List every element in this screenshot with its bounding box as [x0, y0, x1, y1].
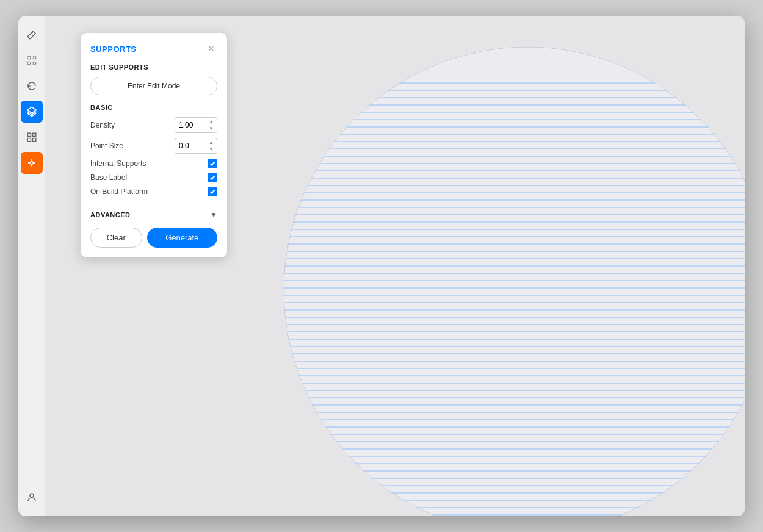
rotate-icon[interactable] [21, 75, 43, 97]
circle-visual [283, 46, 745, 516]
base-label-checkbox[interactable] [208, 173, 217, 182]
panel-header: SUPPORTS × [90, 43, 217, 55]
edit-supports-label: EDIT SUPPORTS [90, 63, 217, 71]
internal-supports-label: Internal Supports [90, 159, 146, 168]
app-window: SUPPORTS × EDIT SUPPORTS Enter Edit Mode… [18, 16, 745, 516]
density-spin-up[interactable]: ▲ [206, 118, 216, 125]
clear-button[interactable]: Clear [90, 228, 142, 248]
select-icon[interactable] [21, 49, 43, 71]
advanced-section-toggle[interactable]: ADVANCED ▼ [90, 210, 217, 219]
point-size-spin-down[interactable]: ▼ [206, 146, 216, 153]
density-input-wrapper: ▲ ▼ [175, 117, 217, 133]
density-spin-buttons: ▲ ▼ [206, 118, 216, 132]
on-build-platform-row: On Build Platform [90, 187, 217, 196]
internal-supports-checkbox[interactable] [208, 159, 217, 168]
point-size-spin-up[interactable]: ▲ [206, 139, 216, 146]
internal-supports-row: Internal Supports [90, 159, 217, 168]
svg-rect-7 [27, 138, 31, 142]
density-row: Density ▲ ▼ [90, 117, 217, 133]
svg-rect-3 [33, 62, 36, 65]
magic-wand-icon[interactable] [21, 24, 43, 46]
point-size-spin-buttons: ▲ ▼ [206, 139, 216, 153]
density-spin-down[interactable]: ▼ [206, 125, 216, 132]
basic-section: BASIC Density ▲ ▼ Point Size [90, 104, 217, 196]
advanced-label: ADVANCED [90, 211, 131, 218]
svg-point-9 [30, 162, 33, 165]
supports-panel: SUPPORTS × EDIT SUPPORTS Enter Edit Mode… [81, 33, 227, 257]
svg-point-16 [283, 46, 745, 516]
account-icon[interactable] [21, 486, 43, 508]
on-build-platform-label: On Build Platform [90, 187, 148, 196]
svg-rect-8 [32, 138, 35, 142]
point-size-label: Point Size [90, 142, 123, 150]
main-content: SUPPORTS × EDIT SUPPORTS Enter Edit Mode… [45, 16, 745, 516]
chevron-down-icon: ▼ [210, 210, 217, 219]
point-size-row: Point Size ▲ ▼ [90, 138, 217, 154]
grid-icon[interactable] [21, 126, 43, 148]
density-label: Density [90, 121, 115, 129]
svg-point-14 [30, 494, 34, 497]
circle-container [283, 46, 745, 516]
svg-rect-6 [32, 133, 35, 136]
close-button[interactable]: × [205, 43, 217, 55]
sidebar [18, 16, 45, 516]
svg-rect-5 [27, 133, 31, 136]
panel-actions: Clear Generate [90, 228, 217, 248]
on-build-platform-checkbox[interactable] [208, 187, 217, 196]
base-label-label: Base Label [90, 173, 127, 182]
basic-label: BASIC [90, 104, 217, 111]
svg-rect-1 [33, 56, 36, 59]
svg-rect-2 [27, 62, 31, 65]
generate-button[interactable]: Generate [147, 228, 218, 248]
panel-title: SUPPORTS [90, 45, 137, 54]
enter-edit-mode-button[interactable]: Enter Edit Mode [90, 77, 217, 95]
section-divider [90, 204, 217, 204]
svg-rect-0 [27, 56, 31, 59]
layers-icon[interactable] [21, 101, 43, 123]
support-icon[interactable] [21, 152, 43, 174]
support-lines-svg [283, 46, 745, 516]
base-label-row: Base Label [90, 173, 217, 182]
point-size-input-wrapper: ▲ ▼ [175, 138, 217, 154]
